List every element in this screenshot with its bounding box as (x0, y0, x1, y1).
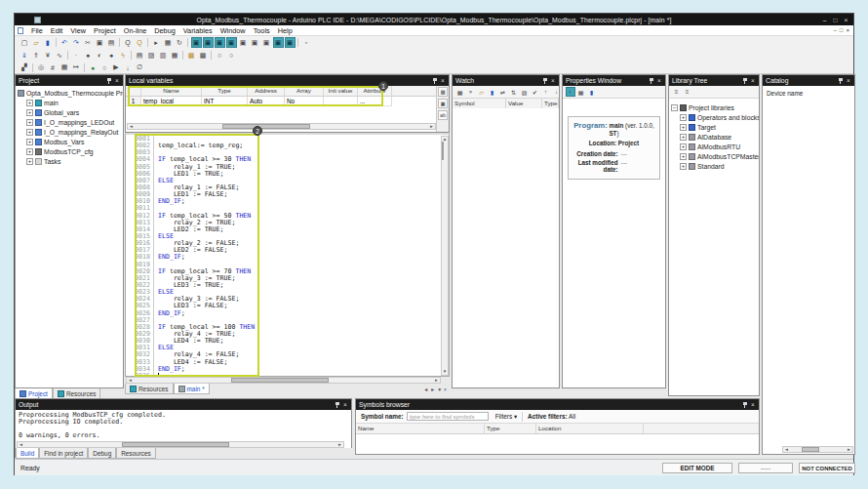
code-line[interactable]: 0034END_IF; (126, 366, 440, 373)
menu-file[interactable]: File (27, 26, 47, 35)
simulation-icon[interactable]: ▞ (20, 62, 30, 73)
scroll-right-arrow[interactable]: ► (433, 378, 440, 383)
column-header[interactable]: Location (536, 424, 644, 433)
tree-root-item[interactable]: −Project libraries (671, 102, 759, 112)
child-minimize-button[interactable]: – (834, 27, 837, 33)
undo-icon[interactable]: ↶ (59, 37, 70, 48)
output-toolwindow-icon[interactable]: ▣ (238, 37, 249, 48)
column-header[interactable]: Symbol (453, 99, 506, 108)
symbol-name-input[interactable] (407, 412, 489, 421)
project-toolwindow-icon[interactable]: ▣ (191, 37, 202, 48)
tree-item[interactable]: +main (18, 98, 123, 107)
column-header[interactable]: Name (356, 424, 485, 433)
column-header[interactable]: Value (506, 99, 542, 108)
step-icon[interactable]: ↓ (123, 62, 134, 73)
jump-icon[interactable]: ↦ (71, 62, 82, 73)
close-icon[interactable]: × (439, 77, 447, 84)
output-tab-debug[interactable]: Debug (88, 448, 116, 459)
code-line[interactable]: 0035 (126, 373, 440, 376)
menu-help[interactable]: Help (274, 26, 296, 35)
watch-open-icon[interactable]: ▱ (477, 87, 487, 97)
tree-item[interactable]: +ModbusTCP_cfg (18, 146, 123, 156)
pin-icon[interactable] (649, 77, 655, 85)
menu-debug[interactable]: Debug (150, 26, 179, 35)
close-icon[interactable]: × (113, 77, 121, 84)
expander-icon[interactable]: + (680, 124, 687, 131)
pin-icon[interactable] (838, 77, 845, 85)
variable-cell[interactable]: Auto (248, 97, 285, 106)
close-document-icon[interactable]: × (444, 387, 447, 392)
catalog-hscrollbar[interactable]: ◄ ► (782, 446, 853, 453)
live-debug-icon[interactable]: ϟ (118, 50, 129, 61)
minimize-button[interactable]: – (820, 17, 829, 23)
tree-item[interactable]: +AlModbusRTU (671, 142, 759, 151)
find-in-project-icon[interactable]: Q (135, 37, 145, 48)
expander-icon[interactable]: − (671, 104, 678, 111)
properties-info-icon[interactable]: i (566, 87, 575, 97)
expander-icon[interactable]: + (680, 134, 687, 141)
no-debug-icon[interactable]: ∅ (135, 62, 145, 73)
workspace-layout-icon[interactable]: ▫ (301, 37, 312, 48)
watch-grid-icon[interactable]: ▦ (455, 87, 465, 97)
device-view-icon[interactable]: ▣ (261, 37, 272, 48)
scroll-left-arrow[interactable]: ◄ (128, 124, 135, 129)
library-sort-icon[interactable]: ≡ (683, 87, 692, 97)
cut-icon[interactable]: ✂ (83, 37, 94, 48)
tree-item[interactable]: +Operators and blocks (671, 112, 759, 122)
column-header[interactable]: Type (542, 99, 559, 108)
close-icon[interactable]: × (749, 401, 757, 408)
table-view-icon[interactable]: ▦ (59, 62, 70, 73)
pin-icon[interactable] (742, 401, 749, 409)
library-view-icon[interactable]: ≡ (672, 87, 682, 97)
scroll-thumb[interactable] (802, 447, 819, 452)
watch-symbol-icon[interactable]: ◎ (36, 62, 47, 73)
tree-item[interactable]: +Standard (671, 161, 759, 171)
output-tab-build[interactable]: Build (16, 448, 39, 459)
tree-item[interactable]: +Global_vars (18, 107, 123, 117)
library-image-icon[interactable]: ▩ (198, 50, 209, 61)
upload-plc-icon[interactable]: ⇑ (31, 50, 42, 61)
find-icon[interactable]: Q (123, 37, 134, 48)
tab-resources[interactable]: Resources (125, 384, 174, 394)
graphic-trigger-icon[interactable]: ▨ (146, 50, 157, 61)
connect-status-icon[interactable]: ○ (215, 50, 225, 61)
simulate-icon[interactable]: ● (106, 50, 117, 61)
watch-save-icon[interactable]: ▮ (488, 87, 497, 97)
tree-item[interactable]: +AlDatabase (671, 132, 759, 142)
scroll-thumb[interactable] (231, 378, 329, 383)
close-button[interactable]: × (842, 17, 850, 23)
variable-cell[interactable]: No (285, 97, 324, 106)
paste-icon[interactable]: ▤ (106, 37, 117, 48)
scroll-left-icon[interactable]: ◄ (423, 387, 428, 392)
close-icon[interactable]: × (549, 77, 557, 84)
watch-import-icon[interactable]: ⇅ (509, 87, 519, 97)
code-line[interactable]: 0018END_IF; (126, 254, 440, 261)
output-hscrollbar[interactable]: ◄ ► (17, 441, 344, 448)
menu-view[interactable]: View (66, 26, 90, 35)
link-icon[interactable]: ∿ (55, 50, 65, 61)
run-icon[interactable]: ● (88, 62, 99, 73)
watch-toolwindow-icon[interactable]: ▣ (226, 37, 237, 48)
expander-icon[interactable]: + (26, 100, 33, 106)
grid-view-icon[interactable]: # (48, 62, 59, 73)
lv-sort-icon[interactable]: ab (438, 110, 448, 120)
code-line[interactable]: 0010END_IF; (126, 198, 440, 205)
watch-export-icon[interactable]: ⇄ (498, 87, 508, 97)
variable-cell[interactable]: INT (202, 97, 248, 106)
column-header[interactable]: Type (485, 424, 536, 433)
resources-toolwindow-icon[interactable]: ▣ (203, 37, 214, 48)
expander-icon[interactable]: + (26, 158, 33, 165)
lv-watch-icon[interactable]: ▣ (438, 99, 448, 108)
tree-item[interactable]: +Modbus_Vars (18, 137, 123, 146)
scroll-right-arrow[interactable]: ► (846, 447, 852, 452)
expander-icon[interactable]: + (680, 153, 687, 160)
variable-row[interactable]: 1temp_localINTAutoNo... (126, 97, 436, 106)
watch-refresh-icon[interactable]: ▨ (520, 87, 530, 97)
expander-icon[interactable]: + (26, 119, 33, 126)
code-area[interactable]: 00010002temp_local:= temp_reg;00030004IF… (126, 136, 440, 376)
disconnect-icon[interactable]: ○ (226, 50, 237, 61)
scroll-left-arrow[interactable]: ◄ (18, 442, 24, 447)
scroll-left-arrow[interactable]: ◄ (127, 378, 134, 383)
expander-icon[interactable]: + (26, 109, 33, 116)
st-code-editor[interactable]: 00010002temp_local:= temp_reg;00030004IF… (125, 133, 450, 377)
